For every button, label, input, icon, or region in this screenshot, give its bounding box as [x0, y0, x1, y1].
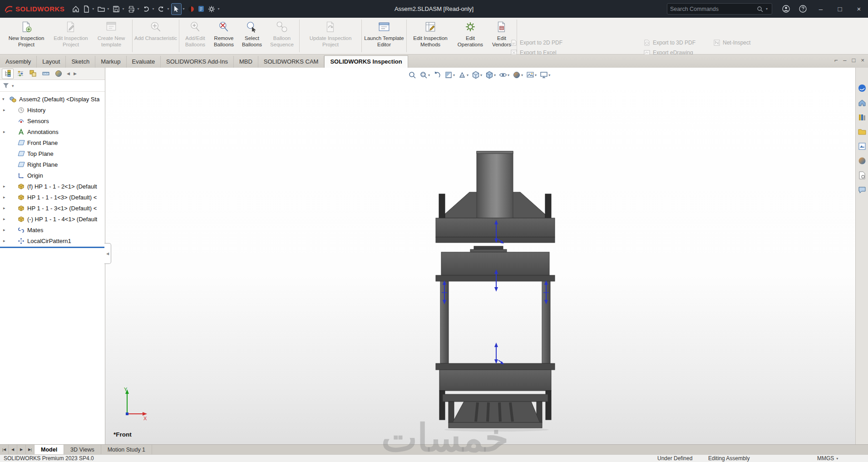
export-2d-pdf-button[interactable]: Export to 2D PDF: [511, 38, 625, 48]
open-caret-icon[interactable]: ▾: [107, 7, 109, 11]
tree-item-mates[interactable]: ▸ Mates: [0, 224, 105, 235]
first-tab-icon[interactable]: |◀: [0, 445, 9, 454]
tree-item-localcirpattern[interactable]: ▸ LocalCirPattern1: [0, 235, 105, 246]
forum-icon[interactable]: [857, 185, 867, 195]
export-3d-pdf-button[interactable]: Export to 3D PDF: [644, 38, 695, 48]
maximize-window-icon[interactable]: □: [833, 5, 846, 13]
expand-arrow-icon[interactable]: ▾: [2, 94, 5, 104]
display-style-icon[interactable]: ▾: [484, 70, 497, 80]
new-inspection-project-button[interactable]: New Inspection Project: [3, 19, 50, 53]
tab-solidworks-cam[interactable]: SOLIDWORKS CAM: [258, 56, 325, 68]
dynamic-annotation-icon[interactable]: ▾: [457, 70, 469, 80]
dimxpertmanager-tab[interactable]: [40, 69, 52, 79]
file-explorer-icon[interactable]: [857, 127, 867, 137]
gear-icon[interactable]: [207, 3, 217, 15]
configurationmanager-tab[interactable]: [27, 69, 39, 79]
section-view-icon[interactable]: ▾: [444, 70, 456, 80]
view-settings-icon[interactable]: ▾: [539, 70, 551, 80]
panel-tabs-right-icon[interactable]: ▶: [72, 71, 78, 76]
tab-solidworks-inspection[interactable]: SOLIDWORKS Inspection: [324, 55, 408, 68]
tree-item-assembly-root[interactable]: ▾ Assem2 (Default) <Display Sta: [0, 94, 105, 104]
view-settings-caret-icon[interactable]: ▾: [548, 73, 550, 77]
undock-commandmanager-icon[interactable]: ⌐: [834, 57, 838, 64]
gear-caret-icon[interactable]: ▾: [217, 7, 219, 11]
tree-item-right-plane[interactable]: Right Plane: [0, 159, 105, 170]
redo-caret-icon[interactable]: ▾: [167, 7, 169, 11]
tree-item-sensors[interactable]: Sensors: [0, 115, 105, 126]
redo-icon[interactable]: [156, 3, 166, 15]
apply-scene-icon[interactable]: ▾: [525, 70, 538, 80]
next-tab-icon[interactable]: ▶: [17, 445, 26, 454]
tab-assembly[interactable]: Assembly: [0, 56, 37, 68]
expand-arrow-icon[interactable]: ▸: [3, 126, 5, 137]
search-input[interactable]: [670, 6, 754, 12]
minimize-window-icon[interactable]: –: [814, 5, 827, 13]
design-library-icon[interactable]: [857, 112, 867, 122]
print-icon[interactable]: [126, 3, 136, 15]
appearances-scenes-icon[interactable]: [857, 156, 867, 166]
scene-caret-icon[interactable]: ▾: [535, 73, 537, 77]
select-caret-icon[interactable]: ▾: [182, 7, 184, 11]
previous-tab-icon[interactable]: ◀: [9, 445, 17, 454]
filter-caret-icon[interactable]: ▾: [10, 84, 15, 88]
close-document-icon[interactable]: ×: [861, 57, 864, 64]
3dexperience-icon[interactable]: [857, 83, 867, 93]
tree-item-history[interactable]: ▸ History: [0, 104, 105, 115]
panel-splitter-handle[interactable]: ◀: [104, 243, 111, 264]
tab-sketch[interactable]: Sketch: [66, 56, 95, 68]
add-edit-balloons-button[interactable]: Add/Edit Balloons: [181, 19, 210, 53]
display-style-caret-icon[interactable]: ▾: [494, 73, 496, 77]
expand-arrow-icon[interactable]: ▸: [3, 192, 5, 203]
appearance-caret-icon[interactable]: ▾: [521, 73, 523, 77]
expand-arrow-icon[interactable]: ▸: [3, 224, 5, 235]
edit-operations-button[interactable]: Edit Operations: [453, 19, 488, 53]
units-selector[interactable]: MMGS▾: [817, 455, 838, 462]
tree-item-top-plane[interactable]: Top Plane: [0, 148, 105, 159]
edit-appearance-icon[interactable]: ▾: [512, 70, 524, 80]
expand-arrow-icon[interactable]: ▸: [3, 203, 5, 214]
tree-item-component-hp3[interactable]: ▸ HP 1 - 1 - 3<1> (Default) <: [0, 203, 105, 214]
expand-arrow-icon[interactable]: ▸: [3, 235, 5, 246]
update-inspection-project-button[interactable]: Update Inspection Project: [301, 19, 360, 53]
save-icon[interactable]: [111, 3, 121, 15]
expand-arrow-icon[interactable]: ▸: [3, 214, 5, 224]
notes-panel-icon[interactable]: [197, 3, 206, 15]
edit-inspection-methods-button[interactable]: Edit Inspection Methods: [408, 19, 453, 53]
balloon-sequence-button[interactable]: Balloon Sequence: [266, 19, 298, 53]
expand-arrow-icon[interactable]: ▸: [3, 104, 5, 115]
select-balloons-button[interactable]: Select Balloons: [238, 19, 266, 53]
propertymanager-tab[interactable]: [15, 69, 26, 79]
edit-inspection-project-button[interactable]: Edit Inspection Project: [50, 19, 92, 53]
tab-mbd[interactable]: MBD: [234, 56, 258, 68]
open-icon[interactable]: [96, 3, 106, 15]
remove-balloons-button[interactable]: Remove Balloons: [210, 19, 238, 53]
save-caret-icon[interactable]: ▾: [122, 7, 124, 11]
zoom-to-area-icon[interactable]: ▾: [419, 70, 431, 80]
panel-tabs-left-icon[interactable]: ◀: [65, 71, 71, 76]
search-commands-box[interactable]: ▾: [667, 3, 772, 15]
last-tab-icon[interactable]: ▶|: [26, 445, 35, 454]
tab-solidworks-add-ins[interactable]: SOLIDWORKS Add-Ins: [161, 56, 234, 68]
expand-arrow-icon[interactable]: ▸: [3, 181, 5, 192]
custom-properties-icon[interactable]: [857, 170, 867, 180]
section-caret-icon[interactable]: ▾: [453, 73, 455, 77]
hide-show-items-icon[interactable]: ▾: [498, 70, 510, 80]
user-account-icon[interactable]: [781, 3, 791, 15]
launch-template-editor-button[interactable]: Launch Template Editor: [363, 19, 405, 53]
graphics-viewport[interactable]: ▾ ▾ ▾ ▾ ▾ ▾ ▾ ▾ ▾: [105, 68, 855, 444]
net-inspect-button[interactable]: Net-Inspect: [714, 38, 750, 48]
tab-markup[interactable]: Markup: [95, 56, 126, 68]
select-cursor-icon[interactable]: [171, 3, 182, 15]
tab-motion-study-1[interactable]: Motion Study 1: [101, 445, 152, 454]
home-icon[interactable]: [71, 3, 81, 15]
tree-item-component-hp1[interactable]: ▸ HP 1 - 1 - 1<3> (Default) <: [0, 192, 105, 203]
tree-item-origin[interactable]: Origin: [0, 170, 105, 181]
tree-item-annotations[interactable]: ▸ Annotations: [0, 126, 105, 137]
view-orientation-icon[interactable]: ▾: [471, 70, 483, 80]
tree-item-front-plane[interactable]: Front Plane: [0, 137, 105, 148]
tab-layout[interactable]: Layout: [37, 56, 66, 68]
view-palette-icon[interactable]: [857, 141, 867, 151]
new-document-caret-icon[interactable]: ▾: [92, 7, 94, 11]
tree-filter-row[interactable]: ▾: [0, 80, 105, 92]
add-characteristic-button[interactable]: Add Characteristic: [134, 19, 178, 53]
